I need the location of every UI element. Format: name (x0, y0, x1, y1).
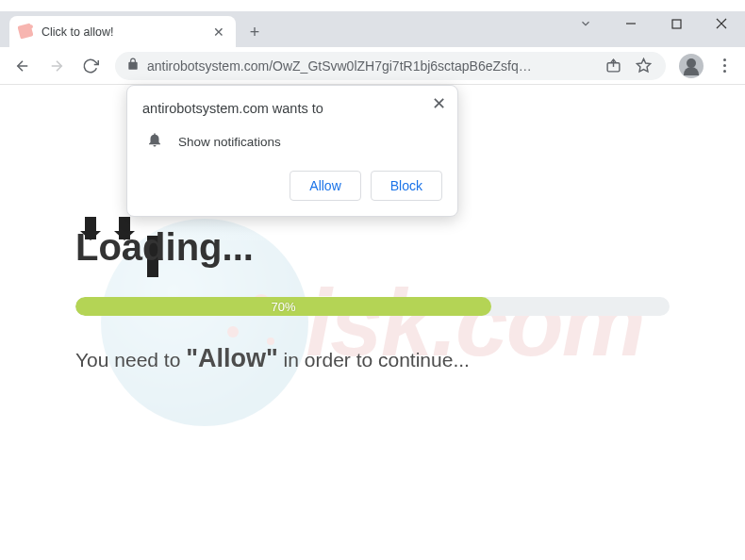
progress-bar: 70% (75, 297, 670, 316)
progress-label: 70% (271, 300, 295, 314)
forward-button[interactable] (41, 51, 72, 81)
star-icon[interactable] (632, 55, 654, 77)
window-close-button[interactable] (713, 18, 730, 29)
svg-rect-1 (672, 20, 681, 28)
hint-text: You need to "Allow" in order to continue… (75, 344, 670, 373)
megaphone-icon (19, 25, 34, 40)
browser-toolbar: antirobotsystem.com/OwZ_GtSvw0lZH7gi7tR1… (0, 47, 745, 85)
permission-label: Show notifications (178, 135, 281, 149)
chevron-down-icon[interactable] (577, 17, 594, 30)
svg-marker-8 (637, 58, 650, 71)
lock-icon (126, 58, 140, 74)
dialog-close-button[interactable]: ✕ (432, 95, 446, 112)
bell-icon (146, 131, 163, 152)
permission-row: Show notifications (142, 131, 442, 152)
loading-heading: Loading... (75, 226, 670, 269)
dialog-title: antirobotsystem.com wants to (142, 101, 442, 116)
minimize-button[interactable] (622, 18, 639, 29)
block-button[interactable]: Block (371, 171, 442, 201)
notification-permission-dialog: ✕ antirobotsystem.com wants to Show noti… (126, 85, 458, 217)
tab-close-button[interactable]: ✕ (211, 25, 226, 40)
address-bar[interactable]: antirobotsystem.com/OwZ_GtSvw0lZH7gi7tR1… (115, 52, 666, 80)
hint-emphasis: "Allow" (186, 344, 278, 372)
back-button[interactable] (8, 51, 38, 81)
hint-prefix: You need to (75, 349, 186, 371)
kebab-menu-icon[interactable] (711, 58, 737, 73)
allow-button[interactable]: Allow (290, 171, 360, 201)
maximize-button[interactable] (668, 19, 685, 29)
window-controls (577, 17, 730, 30)
new-tab-button[interactable]: + (241, 19, 268, 45)
dialog-actions: Allow Block (142, 171, 442, 201)
browser-tab[interactable]: Click to allow! ✕ (9, 16, 236, 47)
hint-suffix: in order to continue... (278, 349, 470, 371)
tab-title: Click to allow! (41, 25, 211, 39)
progress-fill: 70% (75, 297, 491, 316)
reload-button[interactable] (75, 51, 106, 81)
url-text: antirobotsystem.com/OwZ_GtSvw0lZH7gi7tR1… (147, 58, 594, 74)
window-titlebar (0, 0, 745, 11)
profile-avatar[interactable] (679, 54, 704, 78)
share-icon[interactable] (602, 55, 624, 77)
